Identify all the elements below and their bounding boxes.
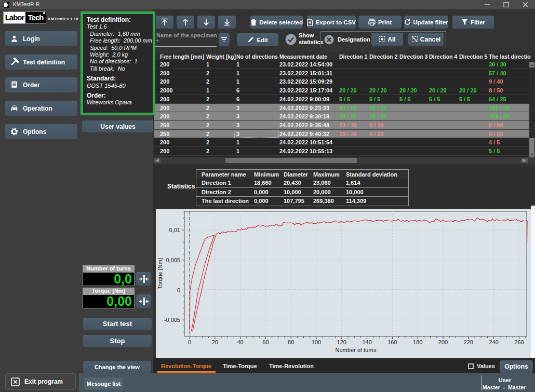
svg-text:180: 180 <box>413 339 422 345</box>
svg-text:80: 80 <box>288 339 294 345</box>
svg-text:260: 260 <box>514 339 524 345</box>
svg-text:0,005: 0,005 <box>166 257 180 263</box>
svg-text:0: 0 <box>188 339 191 345</box>
svg-text:0: 0 <box>177 287 180 293</box>
svg-text:40: 40 <box>237 339 243 345</box>
svg-text:240: 240 <box>489 339 498 345</box>
svg-text:200: 200 <box>438 339 448 345</box>
svg-text:Number of turns: Number of turns <box>336 347 377 353</box>
svg-text:160: 160 <box>387 339 397 345</box>
svg-text:Torque [Nm]: Torque [Nm] <box>157 258 163 289</box>
svg-text:120: 120 <box>337 339 346 345</box>
svg-text:140: 140 <box>362 339 371 345</box>
svg-text:20: 20 <box>212 339 218 345</box>
svg-text:100: 100 <box>312 339 321 345</box>
svg-text:60: 60 <box>262 339 269 345</box>
svg-text:-0,005: -0,005 <box>164 317 180 323</box>
svg-text:0,01: 0,01 <box>169 227 180 233</box>
svg-text:220: 220 <box>464 339 473 345</box>
